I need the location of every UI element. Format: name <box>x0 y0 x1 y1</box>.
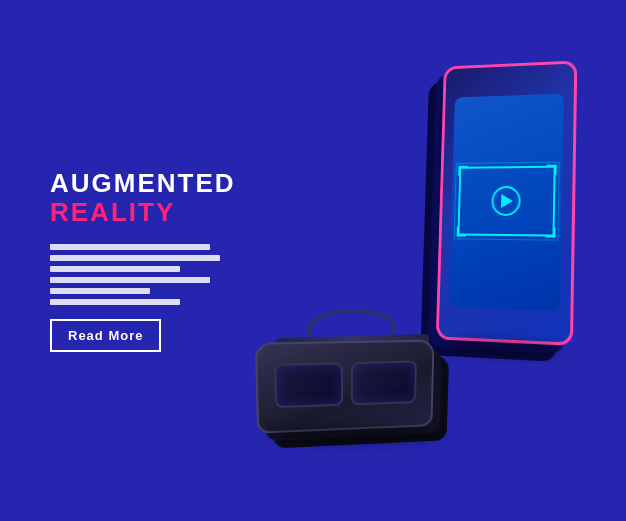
text-line-5 <box>50 288 150 294</box>
right-panel <box>257 61 576 461</box>
phone-screen <box>449 93 564 310</box>
title-block: AUGMENTED REALITY <box>50 169 257 226</box>
vr-shadow <box>267 425 437 443</box>
description-lines <box>50 244 257 305</box>
title-reality: REALITY <box>50 198 257 227</box>
hud-corner-tr <box>547 164 557 174</box>
page-container: AUGMENTED REALITY Read More <box>0 0 626 521</box>
vr-headset <box>257 321 457 461</box>
text-line-6 <box>50 299 180 305</box>
hud-corner-bl <box>457 226 467 236</box>
vr-lens-left <box>274 361 343 407</box>
phone-shadow <box>442 337 560 357</box>
text-line-3 <box>50 266 180 272</box>
left-panel: AUGMENTED REALITY Read More <box>50 169 257 352</box>
hud-corner-tl <box>458 165 468 175</box>
text-line-1 <box>50 244 210 250</box>
read-more-button[interactable]: Read More <box>50 319 161 352</box>
hud-frame <box>458 165 556 236</box>
text-line-4 <box>50 277 210 283</box>
title-augmented: AUGMENTED <box>50 169 257 198</box>
hud-corner-br <box>545 227 555 237</box>
vr-lens-right <box>351 359 417 404</box>
vr-lens-area <box>265 354 424 413</box>
smartphone-body <box>436 60 578 345</box>
text-line-2 <box>50 255 220 261</box>
